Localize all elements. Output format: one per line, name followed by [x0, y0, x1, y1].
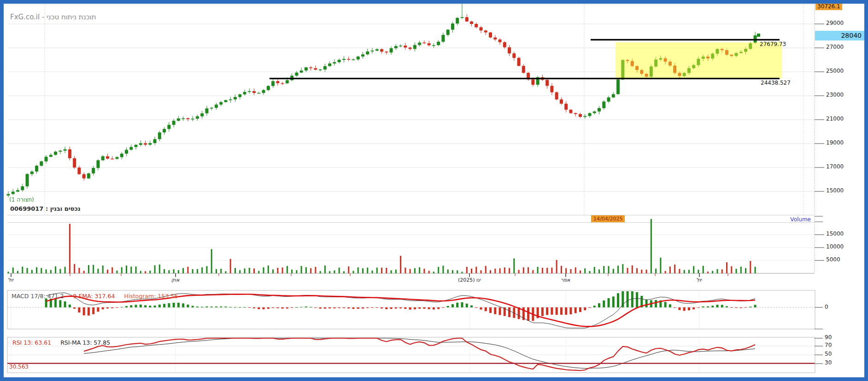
volume-bar[interactable] [116, 271, 117, 273]
candle[interactable] [484, 30, 487, 32]
candle[interactable] [428, 43, 431, 45]
volume-bar[interactable] [504, 267, 505, 273]
candle[interactable] [167, 125, 170, 129]
volume-bar[interactable] [352, 271, 354, 273]
candle[interactable] [205, 109, 208, 114]
candle[interactable] [607, 98, 610, 102]
volume-bar[interactable] [348, 266, 349, 273]
volume-bar[interactable] [688, 270, 690, 273]
volume-bar[interactable] [580, 271, 581, 273]
candle[interactable] [238, 94, 241, 97]
volume-bar[interactable] [36, 267, 37, 273]
volume-bar[interactable] [660, 258, 661, 273]
volume-bar[interactable] [107, 270, 108, 273]
candle[interactable] [347, 59, 350, 60]
volume-bar[interactable] [386, 268, 387, 273]
candle[interactable] [503, 42, 506, 47]
candle[interactable] [252, 91, 256, 93]
volume-bar[interactable] [22, 266, 23, 273]
volume-bar[interactable] [329, 271, 330, 273]
volume-bar[interactable] [97, 269, 99, 273]
candle[interactable] [182, 118, 185, 119]
candle[interactable] [30, 172, 34, 174]
volume-bar[interactable] [8, 271, 9, 273]
candle[interactable] [588, 113, 591, 116]
candle[interactable] [172, 121, 176, 125]
volume-bar[interactable] [220, 269, 222, 273]
candle[interactable] [418, 43, 421, 45]
candle[interactable] [7, 194, 10, 196]
volume-bar[interactable] [461, 271, 463, 273]
volume-bar[interactable] [717, 269, 718, 273]
volume-bar[interactable] [438, 267, 439, 273]
candle[interactable] [96, 160, 100, 168]
volume-bar[interactable] [594, 267, 595, 273]
candle[interactable] [394, 46, 398, 48]
volume-bar[interactable] [74, 264, 75, 273]
volume-bar[interactable] [546, 268, 548, 273]
volume-bar[interactable] [641, 270, 642, 273]
candle[interactable] [342, 59, 346, 60]
volume-bar[interactable] [88, 265, 89, 273]
volume-bar[interactable] [405, 268, 406, 273]
volume-bar[interactable] [603, 266, 604, 273]
support-value-label[interactable]: 24438.527 [761, 80, 791, 86]
volume-bar[interactable] [154, 266, 156, 273]
volume-bar[interactable] [556, 260, 557, 273]
volume-bar[interactable] [17, 271, 18, 273]
volume-bar[interactable] [192, 269, 194, 273]
volume-bar[interactable] [164, 269, 165, 273]
volume-bar[interactable] [206, 266, 207, 273]
volume-bar[interactable] [433, 271, 434, 273]
volume-bar[interactable] [684, 270, 685, 273]
candle[interactable] [446, 30, 450, 35]
volume-bar[interactable] [499, 268, 501, 273]
candle[interactable] [148, 143, 152, 144]
volume-bar[interactable] [159, 265, 160, 273]
candle[interactable] [512, 53, 516, 58]
candle[interactable] [352, 59, 355, 60]
volume-bar[interactable] [466, 267, 468, 273]
volume-bar[interactable] [55, 266, 56, 273]
chart-canvas[interactable] [0, 0, 868, 381]
candle[interactable] [493, 37, 497, 39]
candle[interactable] [385, 52, 388, 52]
volume-bar[interactable] [627, 268, 628, 273]
candle[interactable] [243, 92, 246, 94]
candle[interactable] [460, 17, 463, 18]
volume-bar[interactable] [528, 267, 529, 273]
volume-bar[interactable] [584, 268, 586, 273]
volume-bar[interactable] [731, 266, 732, 273]
volume-bar[interactable] [665, 271, 666, 273]
volume-bar[interactable] [126, 266, 127, 273]
candle[interactable] [101, 156, 105, 161]
volume-bar[interactable] [121, 267, 123, 273]
candle[interactable] [82, 174, 86, 179]
candle[interactable] [129, 147, 133, 150]
volume-bar[interactable] [442, 266, 444, 273]
resistance-value-label[interactable]: 27679.73 [760, 41, 786, 47]
candle[interactable] [555, 92, 558, 100]
candle[interactable] [413, 45, 416, 49]
volume-bar[interactable] [93, 265, 94, 273]
volume-bar[interactable] [235, 268, 236, 273]
candle[interactable] [300, 70, 303, 72]
volume-bar[interactable] [471, 269, 472, 273]
volume-bar[interactable] [182, 268, 184, 273]
candle[interactable] [229, 99, 232, 100]
volume-bar[interactable] [523, 267, 524, 273]
candle[interactable] [432, 45, 435, 46]
candle[interactable] [16, 190, 19, 191]
volume-bar[interactable] [447, 270, 449, 273]
volume-bar[interactable] [216, 269, 217, 273]
candle[interactable] [115, 157, 118, 159]
candle[interactable] [49, 155, 53, 157]
candle[interactable] [550, 86, 553, 92]
candle[interactable] [319, 69, 322, 70]
volume-bar[interactable] [263, 267, 264, 273]
volume-bar[interactable] [282, 267, 283, 273]
volume-bar[interactable] [239, 270, 240, 273]
volume-bar[interactable] [65, 267, 66, 273]
volume-bar[interactable] [111, 267, 113, 273]
volume-bar[interactable] [187, 267, 188, 273]
